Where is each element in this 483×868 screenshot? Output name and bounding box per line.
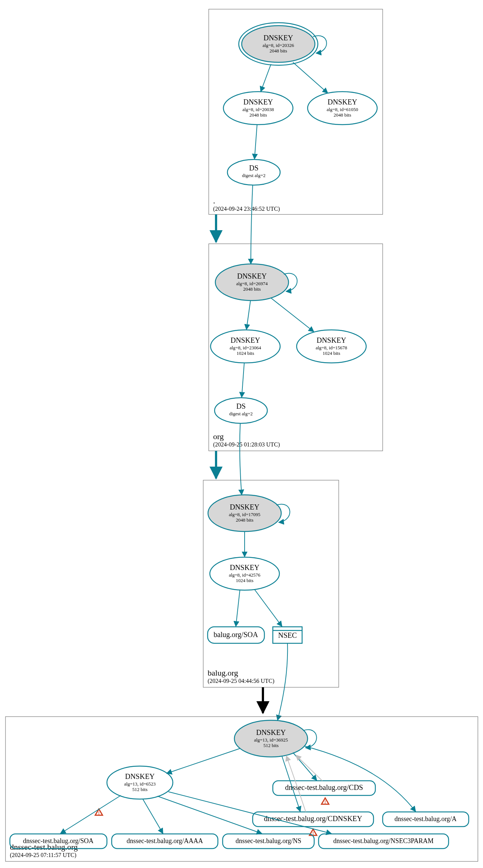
node-test-nsec3param: dnssec-test.balug.org/NSEC3PARAM bbox=[319, 834, 449, 849]
edge-balugzsk-nsec bbox=[254, 589, 282, 626]
edge-balugzsk-soa bbox=[236, 590, 240, 626]
zone-root-ts: (2024-09-24 23:46:52 UTC) bbox=[213, 206, 280, 212]
edge-testzsk-aaaa bbox=[143, 799, 163, 834]
edge-rootksk-zsk2 bbox=[293, 62, 328, 93]
edge-cds-ksk-gray bbox=[296, 755, 322, 781]
zone-org: org (2024-09-25 01:28:03 UTC) DNSKEY alg… bbox=[209, 244, 383, 451]
svg-text:1024 bits: 1024 bits bbox=[236, 578, 253, 583]
svg-text:DNSKEY: DNSKEY bbox=[327, 98, 357, 106]
svg-text:alg=8, id=26974: alg=8, id=26974 bbox=[236, 281, 268, 286]
edge-testksk-cds bbox=[293, 753, 317, 780]
edge-rootksk-zsk1 bbox=[261, 64, 271, 92]
warning-cdnskey-icon: ! bbox=[309, 829, 317, 836]
svg-text:DNSKEY: DNSKEY bbox=[125, 772, 155, 780]
svg-text:(2024-09-25 07:11:57 UTC): (2024-09-25 07:11:57 UTC) bbox=[10, 852, 77, 858]
svg-text:DS: DS bbox=[236, 402, 246, 410]
svg-text:dnssec-test.balug.org/SOA: dnssec-test.balug.org/SOA bbox=[23, 837, 94, 845]
svg-text:DNSKEY: DNSKEY bbox=[263, 34, 293, 42]
svg-text:1024 bits: 1024 bits bbox=[323, 350, 340, 356]
svg-text:digest alg=2: digest alg=2 bbox=[229, 411, 253, 416]
zone-org-label: org bbox=[213, 432, 224, 441]
edge-testzsk-soa bbox=[60, 795, 121, 834]
edge-orgksk-zsk2 bbox=[271, 298, 314, 332]
node-org-zsk1: DNSKEY alg=8, id=23064 1024 bits bbox=[211, 330, 280, 363]
edge-rootzsk-ds bbox=[254, 125, 257, 159]
svg-text:alg=8, id=20326: alg=8, id=20326 bbox=[263, 43, 294, 48]
svg-text:2048 bits: 2048 bits bbox=[249, 112, 267, 118]
svg-text:1024 bits: 1024 bits bbox=[237, 350, 254, 356]
node-balug-ksk: DNSKEY alg=8, id=17095 2048 bits bbox=[208, 495, 281, 532]
svg-text:alg=13, id=36925: alg=13, id=36925 bbox=[254, 737, 288, 743]
edge-orgksk-zsk1 bbox=[246, 301, 250, 330]
svg-point-31 bbox=[215, 398, 267, 423]
svg-text:alg=8, id=23064: alg=8, id=23064 bbox=[230, 345, 261, 350]
edge-testzsk-ns bbox=[157, 796, 262, 834]
zone-root: . (2024-09-24 23:46:52 UTC) DNSKEY alg=8… bbox=[209, 9, 383, 214]
warning-cds-icon: ! bbox=[322, 798, 329, 805]
svg-text:DS: DS bbox=[249, 164, 259, 172]
svg-text:alg=8, id=20038: alg=8, id=20038 bbox=[242, 107, 274, 112]
svg-text:DNSKEY: DNSKEY bbox=[256, 728, 286, 736]
node-org-zsk2: DNSKEY alg=8, id=15678 1024 bits bbox=[297, 330, 366, 363]
svg-text:alg=8, id=17095: alg=8, id=17095 bbox=[229, 512, 260, 517]
node-test-cds: dnssec-test.balug.org/CDS bbox=[273, 781, 375, 795]
node-balug-nsec: NSEC bbox=[273, 627, 302, 643]
svg-text:2048 bits: 2048 bits bbox=[236, 517, 253, 523]
svg-text:digest alg=2: digest alg=2 bbox=[242, 173, 265, 178]
svg-text:NSEC: NSEC bbox=[278, 631, 297, 639]
svg-text:dnssec-test.balug.org/NS: dnssec-test.balug.org/NS bbox=[235, 837, 301, 845]
svg-text:DNSKEY: DNSKEY bbox=[243, 98, 273, 106]
svg-point-14 bbox=[227, 159, 280, 185]
warning-zsk-icon: ! bbox=[95, 809, 103, 816]
node-root-ksk: DNSKEY alg=8, id=20326 2048 bits bbox=[239, 23, 318, 65]
zone-dnssec-test: dnssec-test.balug.org (2024-09-25 07:11:… bbox=[5, 717, 478, 861]
node-test-cdnskey: dnssec-test.balug.org/CDNSKEY bbox=[253, 812, 374, 827]
node-root-zsk1: DNSKEY alg=8, id=20038 2048 bits bbox=[223, 92, 293, 125]
svg-text:(2024-09-25 01:28:03 UTC): (2024-09-25 01:28:03 UTC) bbox=[213, 441, 280, 448]
dnssec-graph: .zone-box{fill:none;stroke:#555;stroke-w… bbox=[0, 0, 483, 868]
node-balug-soa: balug.org/SOA bbox=[208, 627, 264, 643]
svg-text:balug.org: balug.org bbox=[208, 668, 238, 677]
svg-text:512 bits: 512 bits bbox=[263, 743, 279, 748]
svg-text:2048 bits: 2048 bits bbox=[243, 286, 261, 292]
edge-testksk-zsk bbox=[167, 749, 240, 773]
zone-balug: balug.org (2024-09-25 04:44:56 UTC) DNSK… bbox=[203, 480, 339, 687]
svg-text:alg=13, id=6523: alg=13, id=6523 bbox=[124, 781, 156, 787]
edge-balugnsec-testksk bbox=[278, 643, 287, 720]
svg-text:dnssec-test.balug.org/A: dnssec-test.balug.org/A bbox=[394, 815, 457, 823]
zone-root-label: . bbox=[213, 196, 215, 205]
svg-text:512 bits: 512 bits bbox=[132, 787, 148, 792]
svg-text:alg=8, id=61050: alg=8, id=61050 bbox=[327, 107, 358, 112]
svg-text:dnssec-test.balug.org/AAAA: dnssec-test.balug.org/AAAA bbox=[127, 837, 203, 845]
node-test-zsk: DNSKEY alg=13, id=6523 512 bits bbox=[107, 766, 173, 799]
node-test-a: dnssec-test.balug.org/A bbox=[383, 812, 469, 827]
svg-text:DNSKEY: DNSKEY bbox=[316, 336, 346, 344]
svg-text:2048 bits: 2048 bits bbox=[270, 48, 287, 54]
svg-text:2048 bits: 2048 bits bbox=[334, 112, 351, 118]
node-root-ds: DS digest alg=2 bbox=[227, 159, 280, 185]
svg-text:dnssec-test.balug.org/CDNSKEY: dnssec-test.balug.org/CDNSKEY bbox=[264, 814, 363, 823]
node-root-zsk2: DNSKEY alg=8, id=61050 2048 bits bbox=[308, 92, 377, 125]
node-test-ns: dnssec-test.balug.org/NS bbox=[223, 834, 314, 849]
svg-text:!: ! bbox=[98, 810, 100, 816]
svg-text:DNSKEY: DNSKEY bbox=[230, 563, 259, 571]
svg-text:DNSKEY: DNSKEY bbox=[230, 503, 259, 511]
node-test-ksk: DNSKEY alg=13, id=36925 512 bits bbox=[234, 720, 308, 757]
edge-rootds-orgksk bbox=[251, 185, 253, 264]
svg-text:alg=8, id=15678: alg=8, id=15678 bbox=[316, 345, 347, 350]
svg-text:DNSKEY: DNSKEY bbox=[230, 336, 260, 344]
svg-text:(2024-09-25 04:44:56 UTC): (2024-09-25 04:44:56 UTC) bbox=[208, 678, 274, 684]
node-org-ksk: DNSKEY alg=8, id=26974 2048 bits bbox=[215, 264, 289, 301]
svg-text:dnssec-test.balug.org/NSEC3PAR: dnssec-test.balug.org/NSEC3PARAM bbox=[333, 837, 434, 845]
svg-text:balug.org/SOA: balug.org/SOA bbox=[213, 630, 258, 639]
svg-text:DNSKEY: DNSKEY bbox=[237, 272, 267, 280]
svg-text:alg=8, id=42576: alg=8, id=42576 bbox=[229, 572, 261, 578]
node-balug-zsk: DNSKEY alg=8, id=42576 1024 bits bbox=[210, 557, 279, 590]
svg-text:!: ! bbox=[324, 799, 326, 805]
edge-orgds-balugksk bbox=[240, 423, 242, 495]
node-test-aaaa: dnssec-test.balug.org/AAAA bbox=[112, 834, 218, 849]
edge-testzsk-nsec3param bbox=[168, 792, 331, 834]
edge-orgzsk-ds bbox=[242, 363, 244, 397]
node-org-ds: DS digest alg=2 bbox=[215, 398, 267, 423]
